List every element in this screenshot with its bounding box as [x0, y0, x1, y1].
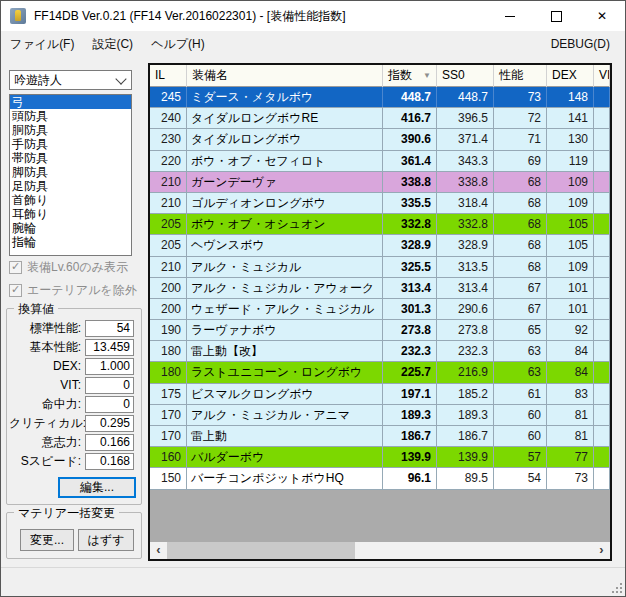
cell-dex: 77 — [547, 447, 594, 467]
column-header-vit[interactable]: VIT — [594, 65, 610, 87]
cell-name: ビスマルクロングボウ — [187, 384, 383, 404]
table-row[interactable]: 220ボウ・オブ・セフィロト361.4343.369119 — [150, 151, 610, 172]
cell-vit — [594, 214, 610, 234]
table-row[interactable]: 210ゴルディオンロングボウ335.5318.468109 — [150, 193, 610, 214]
cell-il: 240 — [150, 108, 187, 128]
stat-input[interactable]: 0.166 — [85, 434, 134, 451]
cell-perf: 60 — [494, 405, 547, 425]
cell-dex: 92 — [547, 320, 594, 340]
table-row[interactable]: 170雷上動186.7186.76081 — [150, 426, 610, 447]
table-row[interactable]: 160バルダーボウ139.9139.95777 — [150, 447, 610, 468]
table-row[interactable]: 210ガーンデーヴァ338.8338.868109 — [150, 172, 610, 193]
cell-vit — [594, 108, 610, 128]
cell-vit — [594, 468, 610, 488]
cell-vit — [594, 129, 610, 149]
slot-item[interactable]: 耳飾り — [10, 207, 131, 221]
stat-row: クリティカル:0.295 — [7, 415, 141, 432]
menu-item[interactable]: ヘルプ(H) — [142, 31, 214, 57]
scroll-right-icon[interactable]: › — [593, 542, 610, 559]
column-header-perf[interactable]: 性能 — [494, 65, 547, 87]
maximize-button[interactable] — [533, 1, 579, 31]
stat-row: Sスピード:0.168 — [7, 453, 141, 470]
menu-item-debug[interactable]: DEBUG(D) — [542, 31, 619, 57]
cell-vit — [594, 235, 610, 255]
stat-input[interactable]: 0 — [85, 396, 134, 413]
cell-il: 180 — [150, 362, 187, 382]
stat-input[interactable]: 1.000 — [85, 358, 134, 375]
cell-name: ボウ・オブ・オシュオン — [187, 214, 383, 234]
table-row[interactable]: 180ラストユニコーン・ロングボウ225.7216.96384 — [150, 362, 610, 383]
menu-item[interactable]: ファイル(F) — [1, 31, 83, 57]
stat-row: 命中力:0 — [7, 396, 141, 413]
column-header-name[interactable]: 装備名 — [187, 65, 383, 87]
cell-vit — [594, 362, 610, 382]
materia-remove-button[interactable]: はずす — [78, 529, 134, 551]
cell-index: 273.8 — [383, 320, 437, 340]
column-header-index[interactable]: 指数▼ — [383, 65, 437, 87]
table-row[interactable]: 230タイダルロングボウ390.6371.471130 — [150, 129, 610, 150]
column-header-il[interactable]: IL — [150, 65, 187, 87]
slot-item[interactable]: 指輪 — [10, 235, 131, 249]
cell-ss0: 343.3 — [437, 151, 494, 171]
cell-ss0: 139.9 — [437, 447, 494, 467]
stat-input[interactable]: 13.459 — [85, 339, 134, 356]
scrollbar-thumb[interactable] — [167, 542, 355, 559]
cell-perf: 63 — [494, 362, 547, 382]
resize-grip-icon[interactable] — [610, 581, 622, 593]
column-header-dex[interactable]: DEX — [547, 65, 594, 87]
table-row[interactable]: 180雷上動【改】232.3232.36384 — [150, 341, 610, 362]
slot-listbox[interactable]: 弓頭防具胴防具手防具帯防具脚防具足防具首飾り耳飾り腕輪指輪 — [9, 94, 132, 256]
cell-ss0: 89.5 — [437, 468, 494, 488]
stat-input[interactable]: 0.168 — [85, 453, 134, 470]
job-select[interactable]: 吟遊詩人 — [9, 70, 132, 90]
cell-name: 雷上動 — [187, 426, 383, 446]
cell-vit — [594, 341, 610, 361]
slot-item[interactable]: 首飾り — [10, 193, 131, 207]
table-row[interactable]: 150バーチコンポジットボウHQ96.189.55473 — [150, 468, 610, 489]
table-row[interactable]: 175ビスマルクロングボウ197.1185.26183 — [150, 384, 610, 405]
table-row[interactable]: 210アルク・ミュジカル325.5313.568109 — [150, 257, 610, 278]
cell-perf: 68 — [494, 214, 547, 234]
table-row[interactable]: 205ボウ・オブ・オシュオン332.8332.868105 — [150, 214, 610, 235]
table-row[interactable]: 200ウェザード・アルク・ミュジカル301.3290.667101 — [150, 299, 610, 320]
slot-item[interactable]: 足防具 — [10, 179, 131, 193]
stat-input[interactable]: 0.295 — [85, 415, 134, 432]
slot-item[interactable]: 胴防具 — [10, 123, 131, 137]
conversion-title: 換算値 — [14, 301, 58, 318]
materia-change-button[interactable]: 変更... — [20, 529, 74, 551]
stat-input[interactable]: 54 — [85, 320, 134, 337]
window-title: FF14DB Ver.0.21 (FF14 Ver.2016022301) - … — [34, 1, 345, 31]
slot-item[interactable]: 腕輪 — [10, 221, 131, 235]
table-row[interactable]: 200アルク・ミュジカル・アウォーク313.4313.467101 — [150, 278, 610, 299]
slot-item[interactable]: 頭防具 — [10, 109, 131, 123]
horizontal-scrollbar[interactable]: ‹ › — [150, 542, 610, 559]
column-header-ss0[interactable]: SS0 — [437, 65, 494, 87]
slot-item[interactable]: 手防具 — [10, 137, 131, 151]
slot-item[interactable]: 帯防具 — [10, 151, 131, 165]
stat-row: 意志力:0.166 — [7, 434, 141, 451]
table-row[interactable]: 170アルク・ミュジカル・アニマ189.3189.36081 — [150, 405, 610, 426]
materia-title: マテリア一括変更 — [14, 505, 119, 522]
table-row[interactable]: 240タイダルロングボウRE416.7396.572141 — [150, 108, 610, 129]
cell-index: 313.4 — [383, 278, 437, 298]
scroll-left-icon[interactable]: ‹ — [150, 542, 167, 559]
cell-vit — [594, 384, 610, 404]
cell-il: 245 — [150, 87, 187, 107]
cell-index: 335.5 — [383, 193, 437, 213]
table-row[interactable]: 190ラーヴァナボウ273.8273.86592 — [150, 320, 610, 341]
status-bar — [1, 567, 625, 596]
checkbox-icon — [9, 284, 22, 297]
edit-button[interactable]: 編集... — [58, 477, 136, 498]
cell-dex: 105 — [547, 235, 594, 255]
table-row[interactable]: 205ヘヴンスボウ328.9328.968105 — [150, 235, 610, 256]
stat-input[interactable]: 0 — [85, 377, 134, 394]
slot-item[interactable]: 弓 — [10, 95, 131, 109]
cell-il: 230 — [150, 129, 187, 149]
cell-dex: 119 — [547, 151, 594, 171]
table-row[interactable]: 245ミダース・メタルボウ448.7448.773148 — [150, 87, 610, 108]
close-button[interactable]: ✕ — [579, 1, 625, 31]
menu-item[interactable]: 設定(C) — [83, 31, 142, 57]
slot-item[interactable]: 脚防具 — [10, 165, 131, 179]
minimize-button[interactable] — [487, 1, 533, 31]
cell-dex: 130 — [547, 129, 594, 149]
